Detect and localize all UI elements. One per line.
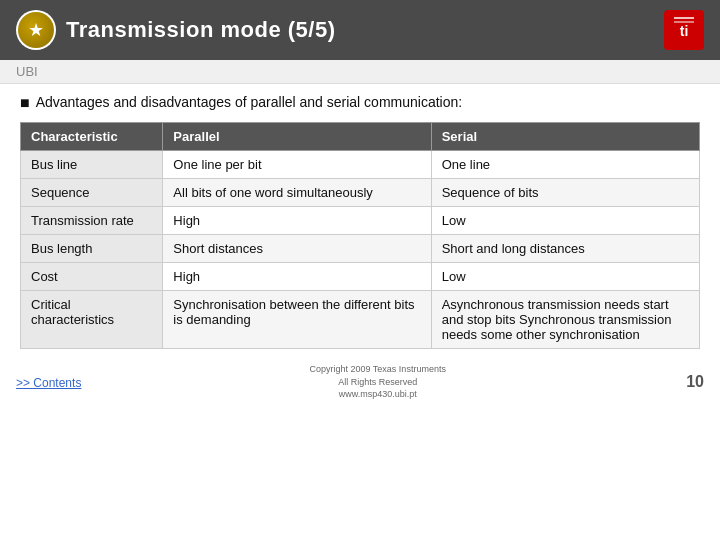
cell-characteristic: Sequence (21, 179, 163, 207)
cell-parallel: Short distances (163, 235, 431, 263)
cell-parallel: High (163, 207, 431, 235)
page-number: 10 (674, 373, 704, 391)
col-parallel: Parallel (163, 123, 431, 151)
ubi-logo: ★ (16, 10, 56, 50)
footer-link[interactable]: >> Contents (16, 373, 81, 391)
cell-parallel: One line per bit (163, 151, 431, 179)
logo-star-icon: ★ (28, 19, 44, 41)
table-row: SequenceAll bits of one word simultaneou… (21, 179, 700, 207)
header: ★ Transmission mode (5/5) ti (0, 0, 720, 60)
cell-characteristic: Bus line (21, 151, 163, 179)
copyright-line3: www.msp430.ubi.pt (339, 389, 417, 399)
header-left: ★ Transmission mode (5/5) (16, 10, 335, 50)
cell-parallel: High (163, 263, 431, 291)
header-right: ti (664, 10, 704, 50)
comparison-table: Characteristic Parallel Serial Bus lineO… (20, 122, 700, 349)
ti-logo: ti (664, 10, 704, 50)
cell-serial: Short and long distances (431, 235, 699, 263)
cell-serial: Asynchronous transmission needs start an… (431, 291, 699, 349)
table-row: Critical characteristicsSynchronisation … (21, 291, 700, 349)
logo-inner: ★ (18, 12, 54, 48)
table-row: Transmission rateHighLow (21, 207, 700, 235)
col-serial: Serial (431, 123, 699, 151)
subtitle-text: Advantages and disadvantages of parallel… (36, 94, 463, 110)
cell-characteristic: Critical characteristics (21, 291, 163, 349)
cell-serial: Low (431, 263, 699, 291)
table-row: CostHighLow (21, 263, 700, 291)
cell-characteristic: Bus length (21, 235, 163, 263)
copyright-line1: Copyright 2009 Texas Instruments (309, 364, 445, 374)
copyright-line2: All Rights Reserved (338, 377, 417, 387)
col-characteristic: Characteristic (21, 123, 163, 151)
cell-serial: Low (431, 207, 699, 235)
footer: >> Contents Copyright 2009 Texas Instrum… (0, 359, 720, 405)
copyright: Copyright 2009 Texas Instruments All Rig… (309, 363, 445, 401)
table-row: Bus lineOne line per bitOne line (21, 151, 700, 179)
main-content: ■ Advantages and disadvantages of parall… (0, 84, 720, 353)
cell-parallel: Synchronisation between the different bi… (163, 291, 431, 349)
cell-serial: Sequence of bits (431, 179, 699, 207)
table-header-row: Characteristic Parallel Serial (21, 123, 700, 151)
page-title: Transmission mode (5/5) (66, 17, 335, 43)
cell-parallel: All bits of one word simultaneously (163, 179, 431, 207)
bullet-icon: ■ (20, 94, 30, 112)
contents-link[interactable]: >> Contents (16, 376, 81, 390)
cell-characteristic: Cost (21, 263, 163, 291)
table-row: Bus lengthShort distancesShort and long … (21, 235, 700, 263)
subtitle: ■ Advantages and disadvantages of parall… (20, 94, 700, 112)
ubi-label: UBI (0, 60, 720, 84)
cell-serial: One line (431, 151, 699, 179)
svg-text:ti: ti (680, 23, 689, 39)
cell-characteristic: Transmission rate (21, 207, 163, 235)
